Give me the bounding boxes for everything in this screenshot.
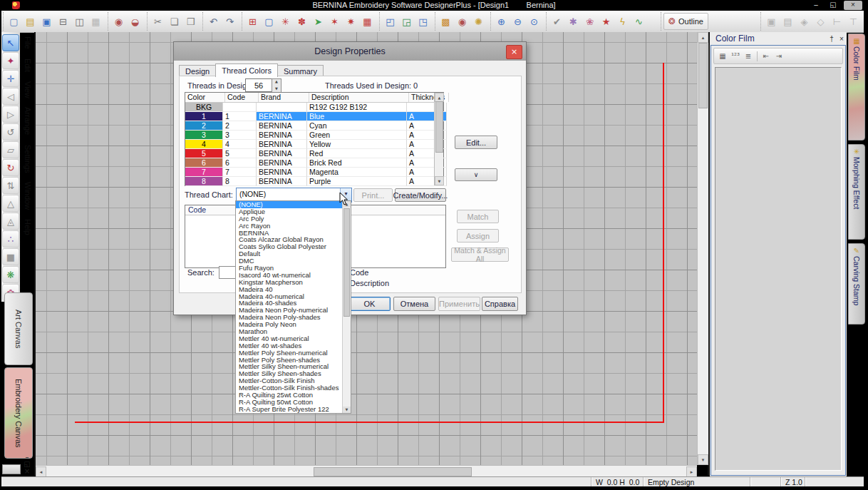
scroll-right-arrow[interactable]: ► [686, 466, 697, 477]
ribbon-effect[interactable]: ∿ [631, 14, 647, 30]
tab-morphing-effect[interactable]: ✳Morphing Effect [848, 144, 865, 240]
triangle-dot-tool[interactable]: ◬ [2, 213, 19, 230]
create-modify-button[interactable]: Create/Modify... [395, 188, 446, 202]
auto-sequence[interactable]: ◲ [398, 14, 415, 30]
cancel-button[interactable]: Отмена [393, 297, 435, 311]
write-to-card[interactable]: ◒ [127, 14, 143, 30]
menu-help[interactable]: Help [24, 219, 32, 235]
flower-effect[interactable]: ❀ [582, 14, 598, 30]
minimize-button[interactable]: – [810, 1, 822, 10]
table-scroll-down-icon[interactable]: ▼ [435, 176, 444, 185]
optimize-colors[interactable]: ◳ [415, 14, 431, 30]
elastic-effect[interactable]: ✶ [326, 14, 343, 30]
insert-artwork[interactable]: ▦ [88, 14, 104, 30]
close-button[interactable]: × [844, 1, 862, 10]
flower-tool[interactable]: ❋ [2, 266, 19, 283]
docker-resize-handle[interactable] [2, 464, 21, 474]
ripple-fill[interactable]: ✽ [294, 14, 310, 30]
column-header-brand[interactable]: Brand [259, 93, 309, 102]
lock[interactable]: ◈ [796, 14, 812, 30]
scroll-up-arrow[interactable]: ▲ [698, 32, 708, 43]
open-shape-tool[interactable]: ◁ [2, 88, 19, 105]
unlock[interactable]: ◇ [812, 14, 829, 30]
menu-edit[interactable]: Edit [24, 58, 32, 72]
gradient-fill[interactable]: ➤ [310, 14, 326, 30]
dropdown-scroll-thumb[interactable] [343, 208, 350, 317]
color-sequence-icon[interactable]: ¹²³ [730, 51, 741, 62]
print-design[interactable]: ⊟ [55, 14, 71, 30]
mirror-tool[interactable]: ↻ [2, 159, 19, 176]
art-canvas-tab[interactable]: Art Canvas [4, 292, 33, 365]
liquid-effect[interactable]: ✷ [343, 14, 359, 30]
column-header-code[interactable]: Code [225, 93, 259, 102]
new-design[interactable]: ▢ [6, 14, 22, 30]
outline-selector[interactable]: ❂Outline [663, 13, 708, 30]
print-preview[interactable]: ◫ [71, 14, 88, 30]
vertical-scroll-thumb[interactable] [698, 43, 708, 108]
paste[interactable]: ❒ [182, 14, 199, 30]
expand-button[interactable]: ∨ [455, 168, 497, 181]
thread-row[interactable]: 11BERNINABlueA [185, 112, 443, 121]
scroll-down-arrow[interactable]: ▼ [698, 454, 708, 465]
dropdown-item[interactable]: R-A Super Brite Polyester 122 [236, 406, 343, 413]
redo[interactable]: ↷ [222, 14, 238, 30]
show-grid[interactable]: ⊞ [244, 14, 261, 30]
vertical-scrollbar[interactable]: ▲ ▼ [697, 32, 708, 465]
select-tool[interactable]: ↖ [2, 34, 19, 51]
align-left[interactable]: ⊢ [829, 14, 845, 30]
ungroup[interactable]: ▤ [780, 14, 796, 30]
match-assign-all-button[interactable]: Match & Assign All [451, 247, 509, 262]
restore-button[interactable]: ◱ [827, 1, 839, 10]
thread-row[interactable]: 55BERNINARedA [185, 149, 443, 158]
undo[interactable]: ↶ [205, 14, 222, 30]
thread-row[interactable]: BKGR192 G192 B192 [185, 103, 443, 112]
rotate-tool[interactable]: ↺ [2, 123, 19, 141]
edit-button[interactable]: Edit... [455, 136, 497, 149]
triangle-tool[interactable]: △ [2, 195, 19, 212]
align-top[interactable]: ⊤ [845, 14, 862, 30]
match-button[interactable]: Match [457, 210, 499, 223]
mdi-close-button[interactable]: × [24, 468, 30, 475]
star-effect[interactable]: ★ [598, 14, 614, 30]
threads-count-input[interactable]: 56 [245, 78, 272, 92]
cut[interactable]: ✂ [150, 14, 166, 30]
table-scroll-thumb[interactable] [435, 101, 443, 153]
embroidery-canvas-tab[interactable]: Embroidery Canvas [4, 367, 33, 459]
dropdown-scroll-down-icon[interactable]: ▼ [343, 407, 351, 413]
polygon-select-tool[interactable]: ✦ [2, 52, 19, 69]
dialog-tab-thread-colors[interactable]: Thread Colors [215, 63, 278, 77]
block-tool[interactable]: ■ [2, 248, 19, 265]
apply-button[interactable]: Применить [438, 297, 480, 311]
film-strip-icon[interactable]: ▦ [717, 51, 728, 62]
carpet-grid[interactable]: ▦ [359, 14, 376, 30]
thread-row[interactable]: 77BERNINAMagentaA [185, 168, 443, 177]
dropdown-scrollbar[interactable]: ▲ ▼ [342, 201, 351, 413]
menu-view[interactable]: View [24, 81, 32, 98]
assign-button[interactable]: Assign [457, 229, 499, 243]
help-button[interactable]: Справка [482, 297, 518, 311]
thread-row[interactable]: 66BERNINABrick RedA [185, 158, 443, 168]
film-list-icon[interactable]: ≣ [743, 51, 754, 62]
dialog-close-button[interactable]: × [506, 45, 522, 59]
color-film-list[interactable] [715, 67, 842, 471]
ok-button[interactable]: OK [348, 297, 391, 311]
horizontal-scrollbar[interactable]: ◄ ► [36, 465, 697, 476]
accept-check[interactable]: ✔ [549, 14, 565, 30]
export-to-machine[interactable]: ◉ [110, 14, 127, 30]
zoom-out[interactable]: ⊖ [510, 14, 526, 30]
menu-arrange[interactable]: Arrange [24, 107, 32, 135]
menu-window[interactable]: Window [24, 182, 32, 210]
menu-file[interactable]: File [24, 36, 32, 49]
table-scrollbar[interactable]: ▲▼ [434, 93, 443, 185]
tab-color-film[interactable]: ▦Color Film [848, 34, 865, 141]
zoom-1to1[interactable]: ⊙ [526, 14, 542, 30]
closed-shape-tool[interactable]: ▷ [2, 106, 19, 123]
pin-icon[interactable]: † [827, 35, 837, 43]
show-hoop[interactable]: ▢ [261, 14, 277, 30]
forward-icon[interactable]: ⇥ [773, 51, 785, 62]
save-design[interactable]: ▣ [38, 14, 55, 30]
star-fill[interactable]: ✳ [277, 14, 294, 30]
print-button[interactable]: Print... [353, 188, 393, 202]
thread-row[interactable]: 33BERNINAGreenA [185, 131, 443, 140]
thread-row[interactable]: 44BERNINAYellowA [185, 140, 443, 149]
